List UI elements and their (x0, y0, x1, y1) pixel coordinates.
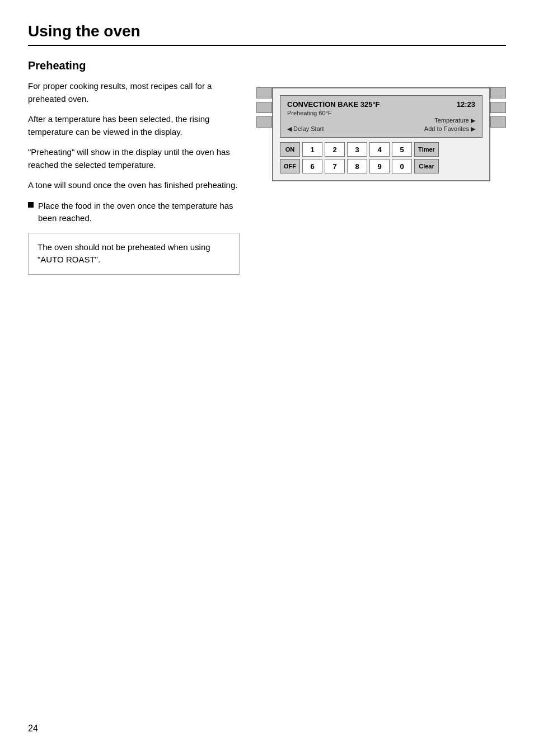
paragraph-2: After a temperature has been selected, t… (28, 113, 240, 138)
add-favorites-link[interactable]: Add to Favorites ▶ (424, 125, 475, 133)
side-rect-left-2 (256, 102, 272, 113)
display-subline: Preheating 60°F (287, 110, 475, 116)
paragraph-1: For proper cooking results, most recipes… (28, 80, 240, 105)
key-5[interactable]: 5 (392, 142, 412, 157)
page-title: Using the oven (28, 22, 506, 46)
right-side-buttons (490, 87, 506, 128)
key-4[interactable]: 4 (369, 142, 390, 157)
temperature-link[interactable]: Temperature ▶ (434, 117, 475, 124)
bullet-icon (28, 202, 34, 208)
delay-start-link[interactable]: ◀ Delay Start (287, 125, 324, 133)
keypad: ON 1 2 3 4 5 Timer OFF 6 7 8 9 0 Clear (280, 142, 483, 173)
note-box: The oven should not be preheated when us… (28, 233, 240, 275)
key-9[interactable]: 9 (369, 159, 390, 173)
left-side-buttons (256, 87, 272, 128)
section-title: Preheating (28, 59, 240, 72)
timer-button[interactable]: Timer (414, 142, 439, 157)
side-rect-right-1 (490, 87, 506, 98)
key-1[interactable]: 1 (302, 142, 322, 157)
key-3[interactable]: 3 (347, 142, 367, 157)
page-number: 24 (28, 724, 38, 734)
display-mode: CONVECTION BAKE 325°F (287, 100, 380, 109)
control-panel: CONVECTION BAKE 325°F 12:23 Preheating 6… (272, 87, 490, 181)
key-7[interactable]: 7 (325, 159, 345, 173)
oven-display: CONVECTION BAKE 325°F 12:23 Preheating 6… (280, 95, 483, 138)
oven-panel: CONVECTION BAKE 325°F 12:23 Preheating 6… (256, 87, 506, 275)
keypad-row-2: OFF 6 7 8 9 0 Clear (280, 159, 483, 173)
key-2[interactable]: 2 (325, 142, 345, 157)
paragraph-4: A tone will sound once the oven has fini… (28, 179, 240, 192)
side-rect-left-1 (256, 87, 272, 98)
side-rect-left-3 (256, 116, 272, 128)
key-off[interactable]: OFF (280, 159, 300, 173)
note-text: The oven should not be preheated when us… (38, 242, 210, 265)
key-6[interactable]: 6 (302, 159, 322, 173)
bullet-item: Place the food in the oven once the temp… (28, 200, 240, 225)
clear-button[interactable]: Clear (414, 159, 439, 173)
key-on[interactable]: ON (280, 142, 300, 157)
side-rect-right-2 (490, 102, 506, 113)
side-rect-right-3 (490, 116, 506, 128)
display-time: 12:23 (457, 100, 475, 109)
key-8[interactable]: 8 (347, 159, 367, 173)
key-0[interactable]: 0 (392, 159, 412, 173)
keypad-row-1: ON 1 2 3 4 5 Timer (280, 142, 483, 157)
paragraph-3: "Preheating" will show in the display un… (28, 146, 240, 171)
bullet-text: Place the food in the oven once the temp… (38, 200, 240, 225)
